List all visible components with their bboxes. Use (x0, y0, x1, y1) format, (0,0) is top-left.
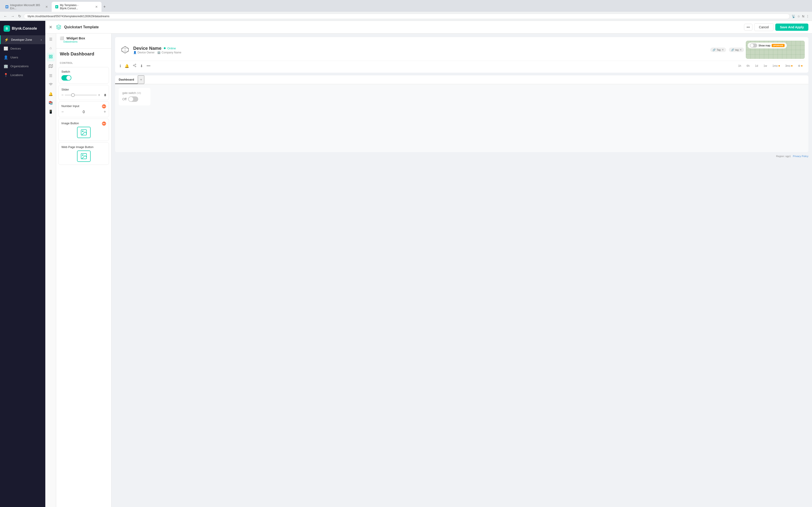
sidebar-item-devices[interactable]: ⬜ Devices (0, 44, 45, 53)
tag-link-icon-2: 🔗 (731, 48, 734, 51)
svg-point-10 (135, 66, 136, 67)
number-input-container: − 0 + (61, 110, 106, 114)
time-tab-1h[interactable]: 1h (736, 63, 743, 68)
tag-2[interactable]: 🔗 tag ✕ (729, 48, 744, 52)
privacy-link[interactable]: Privacy Policy (793, 155, 808, 158)
nav-map[interactable] (47, 62, 55, 71)
sidebar-item-users[interactable]: 👤 Users (0, 53, 45, 62)
switch-toggle[interactable] (61, 75, 106, 80)
widget-slider-card[interactable]: Slider − + 8 (58, 85, 109, 100)
slider-widget-name: Slider (61, 88, 106, 91)
nav-hamburger[interactable]: ☰ (47, 35, 54, 43)
more-button[interactable]: ••• (146, 63, 151, 69)
gate-state-text: Off (122, 97, 126, 101)
tag-1-label: Tag (717, 48, 721, 51)
back-button[interactable]: ← (3, 13, 8, 19)
time-tab-custom[interactable]: ⚙ (796, 63, 805, 68)
time-tab-1mo-dot (778, 65, 780, 66)
main-content: ✕ Quickstart Template ••• Cancel Save An… (45, 21, 812, 507)
widget-image-button-card[interactable]: Image Button BU (58, 119, 109, 141)
slider-minus[interactable]: − (61, 93, 63, 97)
close-button[interactable]: ✕ (49, 25, 52, 30)
time-tab-3mo-dot (791, 65, 793, 66)
widget-box-title: ⬜ Widget Box (60, 36, 108, 40)
time-tab-1w[interactable]: 1w (761, 63, 769, 68)
add-tab-button[interactable]: + (138, 75, 144, 84)
sidebar-label-organizations: Organizations (10, 64, 29, 68)
time-tab-1mo[interactable]: 1mo (770, 63, 782, 68)
map-toggle-switch[interactable] (750, 44, 757, 48)
organizations-icon: 🏢 (4, 64, 8, 68)
nav-home[interactable]: ⌂ (48, 44, 54, 52)
nav-bell[interactable]: 🔔 (47, 90, 55, 98)
number-plus[interactable]: + (104, 110, 106, 114)
tag-2-close[interactable]: ✕ (740, 48, 742, 51)
bell-button[interactable]: 🔔 (124, 63, 130, 69)
nav-book[interactable]: 📚 (47, 99, 55, 107)
online-indicator (164, 47, 166, 49)
url-bar[interactable]: blynk.cloud/dashboard/550743/templates/e… (24, 13, 790, 19)
reload-button[interactable]: ↻ (17, 13, 22, 19)
nav-mobile[interactable]: 📱 (47, 108, 55, 116)
time-tab-3mo[interactable]: 3mo (783, 63, 795, 68)
sidebar-item-organizations[interactable]: 🏢 Organizations (0, 62, 45, 71)
sidebar-logo-icon: B (4, 25, 10, 32)
save-apply-button[interactable]: Save And Apply (775, 23, 808, 31)
nav-datastreams[interactable] (47, 53, 55, 61)
tab-dashboard[interactable]: Dashboard (115, 75, 138, 84)
show-map-label: Show map (759, 44, 770, 47)
gate-label-text: gate switch (122, 92, 136, 95)
control-section-label: CONTROL (56, 59, 111, 66)
sidebar-label-devices: Devices (10, 47, 21, 50)
info-button[interactable]: ℹ (119, 63, 122, 69)
dashboard-tab-container: Dashboard + gate switch (V0) Off (115, 75, 808, 152)
tag-1[interactable]: 🔗 Tag ✕ (710, 48, 726, 52)
new-tab-button[interactable]: + (101, 4, 108, 10)
sidebar-item-developer-zone[interactable]: ⚡ Developer Zone › (0, 35, 45, 44)
tab-active[interactable]: B My Templates - Blynk.Consol... ✕ (52, 2, 101, 12)
device-meta: 👤 Device Owner 🏢 Company Name (133, 51, 181, 54)
toggle-track[interactable] (61, 75, 71, 80)
switch-widget-name: Switch (61, 70, 106, 73)
nav-wifi[interactable] (47, 80, 55, 89)
device-name-row: Device Name Online (133, 46, 181, 51)
download-button[interactable]: ⬇ (139, 63, 144, 69)
sidebar-item-locations[interactable]: 📍 Locations (0, 71, 45, 79)
slider-plus[interactable]: + (98, 93, 100, 97)
slider-container: − + 8 (61, 93, 106, 97)
tab-inactive[interactable]: M Integration Microsoft 365 Em... ✕ (2, 2, 52, 12)
number-minus[interactable]: − (61, 110, 64, 114)
time-tab-6h[interactable]: 6h (744, 63, 752, 68)
cancel-button[interactable]: Cancel (754, 23, 774, 31)
time-tab-1d[interactable]: 1d (753, 63, 760, 68)
widget-number-input-card[interactable]: Number Input BU − 0 + (58, 101, 109, 117)
number-input-badge: BU (102, 104, 106, 108)
widget-web-page-image-button-card[interactable]: Web Page Image Button (58, 143, 109, 165)
cast-icon: 📡 (792, 14, 796, 18)
top-bar: ✕ Quickstart Template ••• Cancel Save An… (45, 21, 812, 34)
tab-favicon-2: B (55, 5, 58, 8)
slider-track[interactable] (65, 95, 97, 96)
tab-label-1: Integration Microsoft 365 Em... (10, 4, 44, 10)
tag-1-close[interactable]: ✕ (722, 48, 724, 51)
tab-close-2[interactable]: ✕ (95, 5, 98, 9)
gate-label: gate switch (V0) (122, 92, 147, 95)
tab-favicon-1: M (5, 5, 8, 8)
device-title-row: Device Name Online 👤 Device Owner (119, 41, 805, 59)
datastreams-label: Datastreams (60, 40, 108, 45)
gate-toggle[interactable] (128, 97, 138, 102)
nav-list[interactable]: ☰ (47, 72, 54, 80)
slider-thumb[interactable] (71, 93, 75, 97)
slider-value: 8 (101, 93, 106, 97)
time-tabs: 1h 6h 1d 1w 1mo 3mo ⚙ (736, 63, 805, 68)
forward-button[interactable]: → (10, 13, 15, 19)
widget-switch-card[interactable]: Switch (58, 67, 109, 83)
dashboard-content: gate switch (V0) Off (115, 84, 808, 152)
map-toggle-thumb (750, 44, 754, 47)
nav-icon-bar: ☰ ⌂ ☰ (45, 34, 56, 507)
devices-icon: ⬜ (4, 46, 8, 51)
widget-sidebar: ⬜ Widget Box Datastreams Web Dashboard C… (56, 34, 111, 507)
share-button[interactable] (132, 63, 137, 69)
tab-close-1[interactable]: ✕ (45, 5, 48, 9)
more-options-button[interactable]: ••• (744, 24, 752, 31)
